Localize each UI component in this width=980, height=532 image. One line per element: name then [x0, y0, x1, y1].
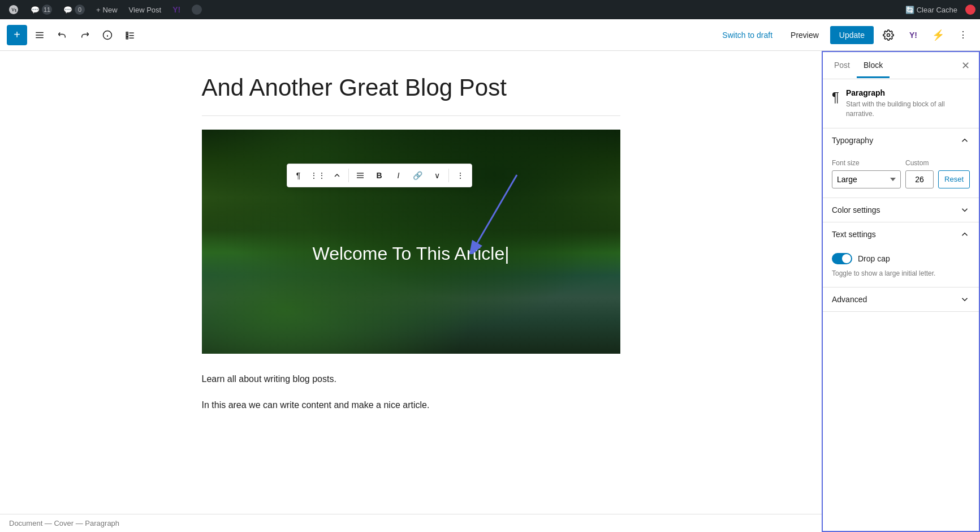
- typography-label: Typography: [832, 136, 873, 145]
- advanced-section-header[interactable]: Advanced: [823, 288, 979, 311]
- typography-section-header[interactable]: Typography: [823, 128, 979, 152]
- block-more-options[interactable]: ⋮: [451, 166, 469, 185]
- notification-count: 11: [42, 5, 52, 15]
- add-block-button[interactable]: +: [7, 25, 27, 45]
- text-settings-label: Text settings: [832, 230, 876, 239]
- toolbar-divider-1: [348, 169, 349, 182]
- new-label: New: [103, 6, 118, 14]
- status-icon[interactable]: [188, 0, 205, 19]
- post-title[interactable]: And Another Great Blog Post: [202, 74, 620, 102]
- toolbar-right: Switch to draft Preview Update Y! ⚡ ⋮: [715, 25, 973, 45]
- editor-toolbar: + Switch to draft Preview Update: [0, 19, 980, 51]
- text-cursor: [504, 243, 509, 264]
- clear-cache-label: Clear Cache: [917, 6, 957, 14]
- yoast-logo: Y!: [172, 5, 180, 14]
- editor-content: And Another Great Blog Post: [179, 74, 643, 413]
- comments-button[interactable]: 💬 0: [60, 0, 88, 19]
- info-button[interactable]: [97, 25, 118, 45]
- sidebar: Post Block ✕ ¶ Paragraph Start with the …: [822, 51, 980, 532]
- drop-cap-toggle[interactable]: [832, 253, 852, 264]
- cache-icon: 🔄: [905, 6, 914, 14]
- list-view-button[interactable]: [120, 25, 140, 45]
- new-button[interactable]: + New: [93, 0, 121, 19]
- color-settings-chevron-down-icon: [960, 205, 970, 215]
- svg-rect-3: [126, 32, 128, 33]
- svg-rect-5: [126, 37, 128, 38]
- paragraph-block-icon: ¶: [832, 89, 839, 105]
- notification-icon: 💬: [31, 6, 40, 14]
- font-size-select-wrap: Font size Small Normal Medium Large Extr…: [832, 159, 901, 188]
- settings-button[interactable]: [878, 25, 899, 45]
- color-settings-header[interactable]: Color settings: [823, 198, 979, 222]
- font-size-label: Font size: [832, 159, 901, 167]
- yoast-icon[interactable]: Y!: [169, 0, 184, 19]
- tab-post[interactable]: Post: [827, 54, 857, 78]
- editor-main: And Another Great Blog Post: [0, 51, 822, 532]
- breadcrumb: Document — Cover — Paragraph: [9, 519, 119, 527]
- color-settings-label: Color settings: [832, 205, 880, 214]
- advanced-chevron-down-icon: [960, 294, 970, 304]
- paragraph-2[interactable]: In this area we can write content and ma…: [202, 398, 620, 413]
- font-size-select[interactable]: Small Normal Medium Large Extra Large: [832, 170, 901, 188]
- drop-cap-label: Drop cap: [858, 254, 890, 263]
- advanced-section: Advanced: [823, 288, 979, 312]
- update-button[interactable]: Update: [830, 26, 874, 44]
- svg-point-9: [887, 33, 890, 36]
- undo-button[interactable]: [52, 25, 72, 45]
- sidebar-close-button[interactable]: ✕: [956, 57, 974, 75]
- more-inline-button[interactable]: ∨: [428, 166, 446, 185]
- cover-text[interactable]: Welcome To This Article: [202, 243, 620, 264]
- block-name: Paragraph: [846, 88, 970, 97]
- text-settings-content: Drop cap Toggle to show a large initial …: [823, 246, 979, 288]
- admin-bar: 💬 11 💬 0 + New View Post Y! 🔄 Clear Cach…: [0, 0, 980, 19]
- font-size-row: Font size Small Normal Medium Large Extr…: [832, 159, 970, 188]
- yoast-toolbar-button[interactable]: Y!: [903, 25, 923, 45]
- text-settings-section: Text settings Drop cap Toggle to show a …: [823, 222, 979, 288]
- clear-cache-button[interactable]: 🔄 Clear Cache: [902, 6, 961, 14]
- font-size-custom-input[interactable]: [905, 170, 934, 188]
- block-description: Start with the building block of all nar…: [846, 100, 970, 119]
- switch-to-draft-button[interactable]: Switch to draft: [715, 27, 779, 43]
- comment-icon: 💬: [63, 6, 72, 14]
- move-up-down-button[interactable]: [328, 166, 346, 185]
- drag-handle[interactable]: ⋮⋮: [309, 166, 327, 185]
- tools-button[interactable]: [29, 25, 50, 45]
- block-type-button[interactable]: ¶: [290, 166, 308, 185]
- admin-bar-right: 🔄 Clear Cache: [902, 5, 975, 15]
- italic-button[interactable]: I: [390, 166, 408, 185]
- status-circle: [192, 5, 202, 15]
- font-size-custom-wrap: Custom: [905, 159, 934, 188]
- editor-layout: And Another Great Blog Post: [0, 51, 980, 532]
- title-separator: [202, 115, 620, 116]
- cover-block[interactable]: ¶ ⋮⋮ B I 🔗 ∨: [202, 130, 620, 354]
- view-post-label: View Post: [129, 6, 162, 14]
- comment-count: 0: [75, 5, 85, 15]
- tab-block[interactable]: Block: [857, 54, 890, 78]
- text-settings-chevron-up-icon: [960, 229, 970, 239]
- view-post-button[interactable]: View Post: [126, 0, 165, 19]
- svg-rect-4: [126, 35, 128, 36]
- reset-button[interactable]: Reset: [938, 170, 970, 188]
- plus-icon: +: [96, 6, 101, 14]
- more-options-button[interactable]: ⋮: [953, 25, 973, 45]
- sidebar-block-info: ¶ Paragraph Start with the building bloc…: [823, 79, 979, 128]
- bold-button[interactable]: B: [370, 166, 388, 185]
- block-toolbar: ¶ ⋮⋮ B I 🔗 ∨: [287, 164, 472, 187]
- paragraph-1[interactable]: Learn all about writing blog posts.: [202, 372, 620, 387]
- text-settings-header[interactable]: Text settings: [823, 222, 979, 246]
- status-bar: Document — Cover — Paragraph: [0, 514, 822, 532]
- preview-button[interactable]: Preview: [784, 27, 826, 43]
- wp-logo[interactable]: [5, 0, 23, 19]
- color-settings-section: Color settings: [823, 198, 979, 222]
- amp-button[interactable]: ⚡: [928, 25, 948, 45]
- align-button[interactable]: [351, 166, 369, 185]
- toolbar-divider-2: [448, 169, 449, 182]
- advanced-label: Advanced: [832, 295, 867, 304]
- typography-chevron-up-icon: [960, 135, 970, 145]
- link-button[interactable]: 🔗: [409, 166, 427, 185]
- redo-button[interactable]: [75, 25, 95, 45]
- cover-text-content: Welcome To This Article: [313, 243, 505, 264]
- typography-section: Typography Font size Small Normal Medium…: [823, 128, 979, 198]
- notifications-button[interactable]: 💬 11: [27, 0, 55, 19]
- typography-section-content: Font size Small Normal Medium Large Extr…: [823, 152, 979, 198]
